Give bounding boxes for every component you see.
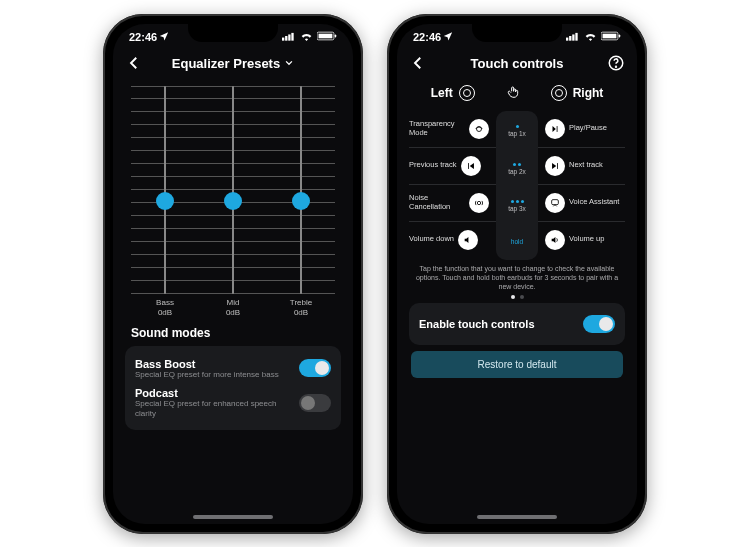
header: Touch controls [397,50,637,78]
mode-subtitle: Special EQ preset for more intense bass [135,370,299,380]
left-action-anc[interactable]: Noise Cancellation [409,193,489,213]
svg-rect-7 [566,37,568,40]
touch-gestures-list: tap 1x tap 2x tap 3x hold Transparency M… [409,111,625,258]
gesture-label: tap 1x [508,130,526,137]
svg-point-15 [616,66,617,67]
left-label: Left [431,86,453,100]
gesture-label: tap 3x [508,205,526,212]
status-time: 22:46 [413,31,441,43]
right-action-volume-up[interactable]: Volume up [545,230,625,250]
svg-point-20 [477,201,480,204]
mode-subtitle: Special EQ preset for enhanced speech cl… [135,399,299,418]
eq-band-treble[interactable]: Treble0dB [267,86,335,316]
notch [472,24,562,42]
play-pause-icon [545,119,565,139]
page-title[interactable]: Equalizer Presets [172,56,280,71]
touch-gesture-icon [505,84,521,103]
phone-right: 22:46 Touch controls Left [387,14,647,534]
svg-rect-3 [291,32,293,40]
mode-title: Bass Boost [135,358,299,370]
transparency-icon [469,119,489,139]
eq-band-mid[interactable]: Mid0dB [199,86,267,316]
eq-band-value: 0dB [294,308,308,317]
bass-boost-toggle[interactable] [299,359,331,377]
svg-rect-1 [285,36,287,41]
location-icon [159,31,169,43]
sound-modes-card: Bass Boost Special EQ preset for more in… [125,346,341,431]
left-action-prev-track[interactable]: Previous track [409,156,489,176]
eq-band-value: 0dB [158,308,172,317]
sound-modes-heading: Sound modes [113,320,353,344]
wifi-icon [584,31,597,43]
earbud-right-icon [551,85,567,101]
svg-rect-17 [557,126,558,132]
notch [188,24,278,42]
hint-text: Tap the function that you want to change… [397,258,637,293]
earbud-left-icon [459,85,475,101]
enable-touch-toggle[interactable] [583,315,615,333]
svg-rect-6 [335,34,337,37]
chevron-down-icon[interactable] [284,58,294,70]
phone-left: 22:46 Equalizer Presets [103,14,363,534]
left-action-transparency[interactable]: Transparency Mode [409,119,489,139]
gesture-center-column: tap 1x tap 2x tap 3x hold [496,111,538,260]
battery-icon [601,31,621,43]
svg-rect-5 [319,33,333,38]
next-track-icon [545,156,565,176]
volume-down-icon [458,230,478,250]
mode-title: Podcast [135,387,299,399]
svg-rect-13 [619,34,621,37]
home-indicator[interactable] [477,515,557,519]
signal-icon [282,31,296,43]
back-button[interactable] [409,54,427,75]
right-label: Right [573,86,604,100]
volume-up-icon [545,230,565,250]
enable-touch-card: Enable touch controls [409,303,625,345]
eq-band-bass[interactable]: Bass0dB [131,86,199,316]
right-action-playpause[interactable]: Play/Pause [545,119,625,139]
svg-rect-9 [572,34,574,40]
gesture-label: hold [511,238,523,245]
signal-icon [566,31,580,43]
svg-rect-18 [468,163,469,169]
home-indicator[interactable] [193,515,273,519]
help-button[interactable] [607,54,625,75]
podcast-toggle[interactable] [299,394,331,412]
anc-icon [469,193,489,213]
svg-rect-19 [557,163,558,169]
wifi-icon [300,31,313,43]
sound-mode-bass-boost: Bass Boost Special EQ preset for more in… [135,354,331,384]
eq-band-name: Bass [156,298,174,307]
screen-equalizer: 22:46 Equalizer Presets [113,24,353,524]
previous-track-icon [461,156,481,176]
svg-rect-2 [288,34,290,40]
location-icon [443,31,453,43]
voice-assistant-icon [545,193,565,213]
pager-dots[interactable] [397,295,637,299]
equalizer: Bass0dB Mid0dB Treble0dB [131,86,335,316]
svg-rect-0 [282,37,284,40]
eq-band-value: 0dB [226,308,240,317]
right-action-next-track[interactable]: Next track [545,156,625,176]
restore-default-button[interactable]: Restore to default [411,351,623,378]
svg-rect-10 [575,32,577,40]
page-title: Touch controls [471,56,564,71]
status-time: 22:46 [129,31,157,43]
left-action-volume-down[interactable]: Volume down [409,230,489,250]
eq-band-name: Mid [227,298,240,307]
lr-header: Left Right [397,84,637,103]
sound-mode-podcast: Podcast Special EQ preset for enhanced s… [135,383,331,422]
eq-band-name: Treble [290,298,312,307]
screen-touch-controls: 22:46 Touch controls Left [397,24,637,524]
header: Equalizer Presets [113,50,353,78]
svg-rect-8 [569,36,571,41]
svg-rect-12 [603,33,617,38]
back-button[interactable] [125,54,143,75]
gesture-label: tap 2x [508,168,526,175]
battery-icon [317,31,337,43]
svg-rect-21 [552,199,559,204]
right-action-voice-assistant[interactable]: Voice Assistant [545,193,625,213]
enable-touch-label: Enable touch controls [419,318,583,330]
